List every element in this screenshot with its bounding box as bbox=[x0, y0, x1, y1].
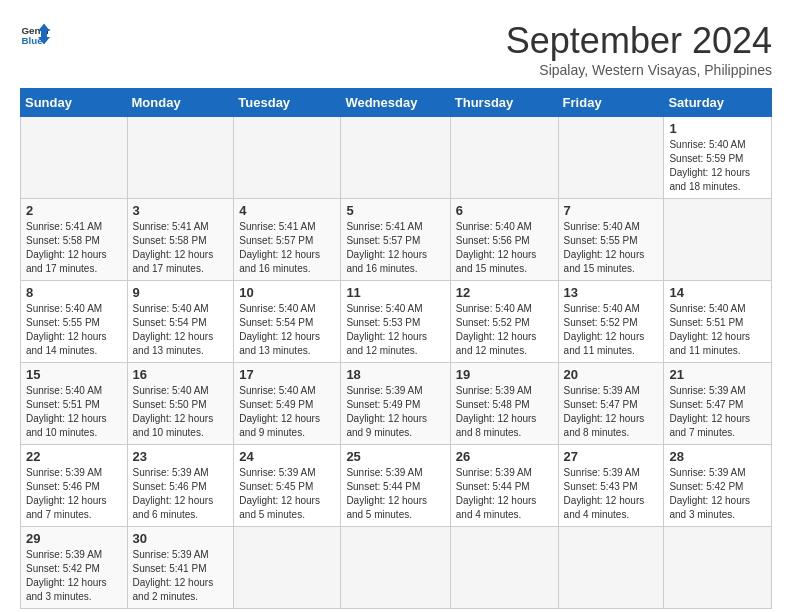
empty-cell bbox=[341, 117, 450, 199]
calendar-day-24: 24Sunrise: 5:39 AMSunset: 5:45 PMDayligh… bbox=[234, 445, 341, 527]
day-info: Sunrise: 5:41 AMSunset: 5:58 PMDaylight:… bbox=[133, 221, 214, 274]
day-info: Sunrise: 5:40 AMSunset: 5:49 PMDaylight:… bbox=[239, 385, 320, 438]
day-number: 25 bbox=[346, 449, 444, 464]
day-info: Sunrise: 5:40 AMSunset: 5:54 PMDaylight:… bbox=[133, 303, 214, 356]
day-info: Sunrise: 5:40 AMSunset: 5:52 PMDaylight:… bbox=[456, 303, 537, 356]
day-info: Sunrise: 5:39 AMSunset: 5:47 PMDaylight:… bbox=[669, 385, 750, 438]
empty-cell bbox=[558, 117, 664, 199]
empty-cell bbox=[558, 527, 664, 609]
calendar-day-4: 4Sunrise: 5:41 AMSunset: 5:57 PMDaylight… bbox=[234, 199, 341, 281]
empty-cell bbox=[450, 527, 558, 609]
calendar-day-22: 22Sunrise: 5:39 AMSunset: 5:46 PMDayligh… bbox=[21, 445, 128, 527]
calendar-day-9: 9Sunrise: 5:40 AMSunset: 5:54 PMDaylight… bbox=[127, 281, 234, 363]
day-info: Sunrise: 5:39 AMSunset: 5:43 PMDaylight:… bbox=[564, 467, 645, 520]
calendar-day-23: 23Sunrise: 5:39 AMSunset: 5:46 PMDayligh… bbox=[127, 445, 234, 527]
calendar-day-15: 15Sunrise: 5:40 AMSunset: 5:51 PMDayligh… bbox=[21, 363, 128, 445]
page-header: General Blue September 2024 Sipalay, Wes… bbox=[20, 20, 772, 78]
empty-cell bbox=[234, 527, 341, 609]
day-info: Sunrise: 5:40 AMSunset: 5:54 PMDaylight:… bbox=[239, 303, 320, 356]
day-number: 8 bbox=[26, 285, 122, 300]
calendar-day-8: 8Sunrise: 5:40 AMSunset: 5:55 PMDaylight… bbox=[21, 281, 128, 363]
day-number: 24 bbox=[239, 449, 335, 464]
day-number: 12 bbox=[456, 285, 553, 300]
day-info: Sunrise: 5:39 AMSunset: 5:42 PMDaylight:… bbox=[26, 549, 107, 602]
day-number: 4 bbox=[239, 203, 335, 218]
week-row-2: 2Sunrise: 5:41 AMSunset: 5:58 PMDaylight… bbox=[21, 199, 772, 281]
calendar-day-18: 18Sunrise: 5:39 AMSunset: 5:49 PMDayligh… bbox=[341, 363, 450, 445]
day-number: 7 bbox=[564, 203, 659, 218]
week-row-3: 8Sunrise: 5:40 AMSunset: 5:55 PMDaylight… bbox=[21, 281, 772, 363]
day-number: 9 bbox=[133, 285, 229, 300]
calendar-day-13: 13Sunrise: 5:40 AMSunset: 5:52 PMDayligh… bbox=[558, 281, 664, 363]
calendar-day-29: 29Sunrise: 5:39 AMSunset: 5:42 PMDayligh… bbox=[21, 527, 128, 609]
week-row-4: 15Sunrise: 5:40 AMSunset: 5:51 PMDayligh… bbox=[21, 363, 772, 445]
day-info: Sunrise: 5:40 AMSunset: 5:51 PMDaylight:… bbox=[26, 385, 107, 438]
calendar-day-14: 14Sunrise: 5:40 AMSunset: 5:51 PMDayligh… bbox=[664, 281, 772, 363]
day-number: 21 bbox=[669, 367, 766, 382]
empty-cell bbox=[664, 527, 772, 609]
empty-cell bbox=[341, 527, 450, 609]
week-row-5: 22Sunrise: 5:39 AMSunset: 5:46 PMDayligh… bbox=[21, 445, 772, 527]
calendar-day-7: 7Sunrise: 5:40 AMSunset: 5:55 PMDaylight… bbox=[558, 199, 664, 281]
day-number: 20 bbox=[564, 367, 659, 382]
day-number: 15 bbox=[26, 367, 122, 382]
day-number: 1 bbox=[669, 121, 766, 136]
day-info: Sunrise: 5:40 AMSunset: 5:55 PMDaylight:… bbox=[26, 303, 107, 356]
column-header-saturday: Saturday bbox=[664, 89, 772, 117]
calendar-day-2: 2Sunrise: 5:41 AMSunset: 5:58 PMDaylight… bbox=[21, 199, 128, 281]
calendar-day-17: 17Sunrise: 5:40 AMSunset: 5:49 PMDayligh… bbox=[234, 363, 341, 445]
calendar-day-26: 26Sunrise: 5:39 AMSunset: 5:44 PMDayligh… bbox=[450, 445, 558, 527]
calendar-day-3: 3Sunrise: 5:41 AMSunset: 5:58 PMDaylight… bbox=[127, 199, 234, 281]
calendar-day-6: 6Sunrise: 5:40 AMSunset: 5:56 PMDaylight… bbox=[450, 199, 558, 281]
column-header-monday: Monday bbox=[127, 89, 234, 117]
day-info: Sunrise: 5:39 AMSunset: 5:45 PMDaylight:… bbox=[239, 467, 320, 520]
empty-cell bbox=[450, 117, 558, 199]
day-number: 28 bbox=[669, 449, 766, 464]
logo: General Blue bbox=[20, 20, 50, 50]
day-number: 22 bbox=[26, 449, 122, 464]
column-header-thursday: Thursday bbox=[450, 89, 558, 117]
day-info: Sunrise: 5:40 AMSunset: 5:51 PMDaylight:… bbox=[669, 303, 750, 356]
day-number: 13 bbox=[564, 285, 659, 300]
location-subtitle: Sipalay, Western Visayas, Philippines bbox=[506, 62, 772, 78]
month-title: September 2024 bbox=[506, 20, 772, 62]
day-info: Sunrise: 5:39 AMSunset: 5:44 PMDaylight:… bbox=[346, 467, 427, 520]
day-info: Sunrise: 5:39 AMSunset: 5:48 PMDaylight:… bbox=[456, 385, 537, 438]
title-block: September 2024 Sipalay, Western Visayas,… bbox=[506, 20, 772, 78]
day-number: 18 bbox=[346, 367, 444, 382]
empty-cell bbox=[234, 117, 341, 199]
week-row-6: 29Sunrise: 5:39 AMSunset: 5:42 PMDayligh… bbox=[21, 527, 772, 609]
day-number: 10 bbox=[239, 285, 335, 300]
day-info: Sunrise: 5:39 AMSunset: 5:42 PMDaylight:… bbox=[669, 467, 750, 520]
day-number: 2 bbox=[26, 203, 122, 218]
day-number: 5 bbox=[346, 203, 444, 218]
calendar-day-25: 25Sunrise: 5:39 AMSunset: 5:44 PMDayligh… bbox=[341, 445, 450, 527]
day-number: 3 bbox=[133, 203, 229, 218]
day-info: Sunrise: 5:40 AMSunset: 5:52 PMDaylight:… bbox=[564, 303, 645, 356]
day-info: Sunrise: 5:41 AMSunset: 5:57 PMDaylight:… bbox=[239, 221, 320, 274]
day-info: Sunrise: 5:40 AMSunset: 5:53 PMDaylight:… bbox=[346, 303, 427, 356]
day-info: Sunrise: 5:39 AMSunset: 5:46 PMDaylight:… bbox=[133, 467, 214, 520]
day-info: Sunrise: 5:39 AMSunset: 5:44 PMDaylight:… bbox=[456, 467, 537, 520]
column-header-tuesday: Tuesday bbox=[234, 89, 341, 117]
day-info: Sunrise: 5:40 AMSunset: 5:56 PMDaylight:… bbox=[456, 221, 537, 274]
calendar-day-28: 28Sunrise: 5:39 AMSunset: 5:42 PMDayligh… bbox=[664, 445, 772, 527]
calendar-day-11: 11Sunrise: 5:40 AMSunset: 5:53 PMDayligh… bbox=[341, 281, 450, 363]
calendar-table: SundayMondayTuesdayWednesdayThursdayFrid… bbox=[20, 88, 772, 609]
calendar-day-5: 5Sunrise: 5:41 AMSunset: 5:57 PMDaylight… bbox=[341, 199, 450, 281]
calendar-header-row: SundayMondayTuesdayWednesdayThursdayFrid… bbox=[21, 89, 772, 117]
column-header-sunday: Sunday bbox=[21, 89, 128, 117]
week-row-1: 1Sunrise: 5:40 AMSunset: 5:59 PMDaylight… bbox=[21, 117, 772, 199]
day-number: 26 bbox=[456, 449, 553, 464]
calendar-day-30: 30Sunrise: 5:39 AMSunset: 5:41 PMDayligh… bbox=[127, 527, 234, 609]
day-number: 6 bbox=[456, 203, 553, 218]
calendar-day-21: 21Sunrise: 5:39 AMSunset: 5:47 PMDayligh… bbox=[664, 363, 772, 445]
day-info: Sunrise: 5:40 AMSunset: 5:55 PMDaylight:… bbox=[564, 221, 645, 274]
empty-cell bbox=[127, 117, 234, 199]
calendar-day-1: 1Sunrise: 5:40 AMSunset: 5:59 PMDaylight… bbox=[664, 117, 772, 199]
day-number: 23 bbox=[133, 449, 229, 464]
calendar-day-10: 10Sunrise: 5:40 AMSunset: 5:54 PMDayligh… bbox=[234, 281, 341, 363]
day-number: 16 bbox=[133, 367, 229, 382]
empty-cell bbox=[664, 199, 772, 281]
day-info: Sunrise: 5:40 AMSunset: 5:59 PMDaylight:… bbox=[669, 139, 750, 192]
